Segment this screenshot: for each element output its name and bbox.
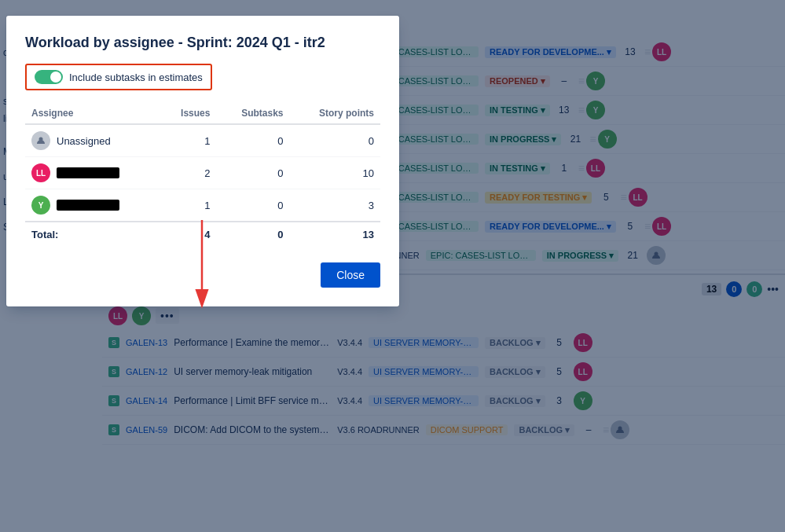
table-header-row: Assignee Issues Subtasks Story points [25,103,380,124]
subtasks-count: 0 [216,189,289,222]
table-row: Unassigned 1 0 0 [25,124,380,157]
table-row: LL 2 0 10 [25,157,380,189]
issues-count: 1 [160,124,217,157]
redacted-name [57,167,119,178]
modal-title: Workload by assignee - Sprint: 2024 Q1 -… [25,35,380,51]
col-assignee: Assignee [25,103,160,124]
table-row: Y 1 0 3 [25,189,380,222]
modal-footer: Close [25,262,380,288]
subtasks-count: 0 [216,157,289,189]
subtasks-toggle[interactable] [35,70,63,84]
toggle-label: Include subtasks in estimates [69,72,203,83]
col-subtasks: Subtasks [216,103,289,124]
issues-count: 1 [160,189,217,222]
col-issues: Issues [160,103,217,124]
workload-modal: Workload by assignee - Sprint: 2024 Q1 -… [6,16,399,306]
issues-count: 2 [160,157,217,189]
close-button[interactable]: Close [321,262,380,288]
col-story-points: Story points [290,103,380,124]
redacted-name [57,200,119,211]
assignee-cell: LL [25,157,160,189]
avatar-unassigned [31,131,50,150]
assignee-cell: Unassigned [25,124,160,157]
total-row: Total: 4 0 13 [25,222,380,247]
avatar-y: Y [31,196,50,215]
avatar-ll: LL [31,163,50,182]
total-story-points: 13 [290,222,380,247]
toggle-row[interactable]: Include subtasks in estimates [25,64,212,90]
workload-table: Assignee Issues Subtasks Story points Un… [25,103,380,247]
total-issues: 4 [160,222,217,247]
total-label: Total: [25,222,160,247]
subtasks-count: 0 [216,124,289,157]
story-points-val: 0 [290,124,380,157]
story-points-val: 3 [290,189,380,222]
assignee-cell: Y [25,189,160,222]
story-points-val: 10 [290,157,380,189]
assignee-name: Unassigned [57,135,111,147]
total-subtasks: 0 [216,222,289,247]
